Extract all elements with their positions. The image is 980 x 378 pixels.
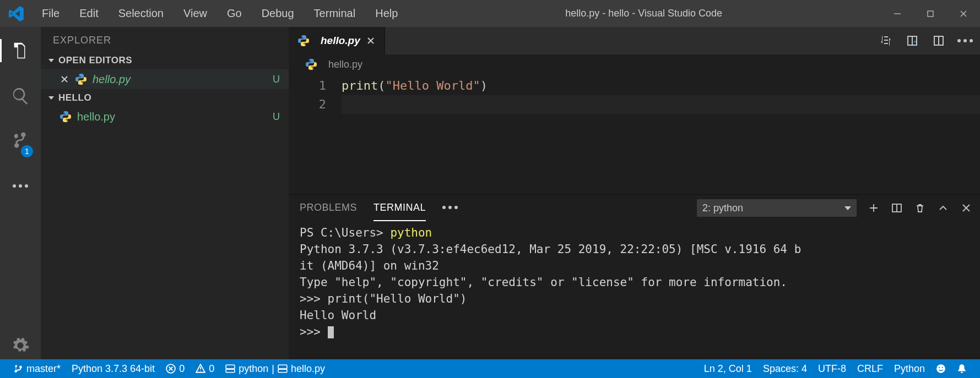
svg-rect-6	[278, 365, 287, 369]
code-line	[342, 95, 980, 114]
status-feedback[interactable]	[930, 359, 951, 378]
panel: PROBLEMS TERMINAL 2: python PS C:\Users>…	[289, 194, 980, 359]
terminal-output[interactable]: PS C:\Users> python Python 3.7.3 (v3.7.3…	[289, 221, 980, 359]
activity-explorer[interactable]	[0, 37, 41, 64]
close-icon[interactable]	[59, 74, 69, 84]
title-bar: File Edit Selection View Go Debug Termin…	[0, 0, 980, 27]
ellipsis-icon	[957, 39, 973, 42]
open-editors-label: OPEN EDITORS	[58, 55, 132, 66]
status-language[interactable]: Python	[889, 359, 930, 378]
editor-tab[interactable]: hello.py	[289, 27, 385, 54]
code-line: print("Hello World")	[342, 76, 980, 95]
project-header[interactable]: HELLO	[41, 89, 289, 107]
warning-icon	[196, 364, 205, 374]
status-interpreter[interactable]: Python 3.7.3 64-bit	[66, 359, 160, 378]
maximize-button[interactable]	[914, 0, 947, 27]
terminal-prompt: PS C:\Users>	[300, 226, 390, 239]
smiley-icon	[936, 364, 946, 374]
svg-point-8	[936, 364, 945, 373]
activity-more[interactable]	[0, 172, 41, 200]
activity-bar: 1	[0, 27, 41, 359]
server-icon	[225, 364, 235, 374]
window-controls	[881, 0, 980, 27]
status-language-server[interactable]: python | hello.py	[220, 359, 331, 378]
menu-edit[interactable]: Edit	[71, 0, 107, 27]
menu-help[interactable]: Help	[366, 0, 407, 27]
activity-search[interactable]	[0, 82, 41, 109]
menu-file[interactable]: File	[33, 0, 68, 27]
svg-rect-4	[226, 365, 235, 369]
panel-tab-terminal[interactable]: TERMINAL	[373, 195, 426, 221]
ellipsis-icon	[442, 206, 458, 209]
svg-rect-0	[928, 11, 933, 17]
status-branch[interactable]: master*	[8, 359, 66, 378]
svg-point-1	[914, 41, 916, 43]
editor-area: hello.py hello.py 1 2 print("Hello World…	[289, 27, 980, 359]
breadcrumb[interactable]: hello.py	[289, 54, 980, 74]
activity-settings[interactable]	[0, 332, 41, 359]
panel-tab-problems[interactable]: PROBLEMS	[300, 195, 357, 221]
sidebar-title: EXPLORER	[41, 27, 289, 52]
python-file-icon	[297, 35, 310, 47]
svg-rect-7	[278, 369, 287, 372]
python-file-icon	[75, 73, 87, 85]
terminal-select[interactable]: 2: python	[697, 199, 857, 217]
window-title: hello.py - hello - Visual Studio Code	[407, 8, 881, 19]
maximize-panel-icon[interactable]	[937, 202, 949, 214]
menu-terminal[interactable]: Terminal	[305, 0, 365, 27]
new-terminal-icon[interactable]	[868, 202, 880, 214]
status-errors[interactable]: 0	[160, 359, 190, 378]
kill-terminal-icon[interactable]	[914, 202, 926, 214]
project-file-name: hello.py	[77, 111, 115, 123]
terminal-line: Hello World	[300, 309, 376, 322]
chevron-down-icon	[46, 58, 56, 63]
chevron-down-icon	[844, 206, 851, 210]
compare-changes-icon[interactable]	[879, 34, 893, 48]
scm-badge: 1	[21, 145, 33, 157]
terminal-line: Python 3.7.3 (v3.7.3:ef4ec6ed12, Mar 25 …	[300, 243, 801, 256]
bell-icon	[957, 364, 967, 374]
split-terminal-icon[interactable]	[891, 202, 903, 214]
close-icon[interactable]	[366, 36, 376, 46]
menu-go[interactable]: Go	[218, 0, 251, 27]
close-panel-icon[interactable]	[960, 202, 972, 214]
minimize-button[interactable]	[881, 0, 914, 27]
open-preview-icon[interactable]	[905, 34, 919, 48]
code-content[interactable]: print("Hello World")	[342, 76, 980, 194]
menu-view[interactable]: View	[175, 0, 216, 27]
project-file-item[interactable]: hello.py U	[41, 107, 289, 127]
error-icon	[166, 364, 176, 374]
python-file-icon	[59, 111, 72, 123]
status-bar: master* Python 3.7.3 64-bit 0 0 python |…	[0, 359, 980, 378]
terminal-cursor	[328, 326, 334, 338]
status-eol[interactable]: CRLF	[852, 359, 889, 378]
status-notifications[interactable]	[951, 359, 972, 378]
status-position[interactable]: Ln 2, Col 1	[699, 359, 757, 378]
panel-tab-more[interactable]	[442, 195, 458, 221]
git-status-untracked: U	[273, 74, 280, 85]
server-icon	[278, 364, 288, 374]
tab-bar: hello.py	[289, 27, 980, 54]
menu-selection[interactable]: Selection	[110, 0, 172, 27]
panel-tabs: PROBLEMS TERMINAL 2: python	[289, 195, 980, 221]
open-editor-name: hello.py	[93, 73, 131, 86]
breadcrumb-file: hello.py	[328, 59, 362, 70]
status-warnings[interactable]: 0	[190, 359, 220, 378]
open-editor-item[interactable]: hello.py U	[41, 69, 289, 89]
status-encoding[interactable]: UTF-8	[813, 359, 852, 378]
project-label: HELLO	[58, 92, 91, 103]
open-editors-header[interactable]: OPEN EDITORS	[41, 52, 289, 69]
more-actions-icon[interactable]	[958, 34, 972, 48]
close-window-button[interactable]	[947, 0, 980, 27]
split-editor-icon[interactable]	[932, 34, 946, 48]
line-number: 2	[289, 95, 326, 114]
activity-scm[interactable]: 1	[0, 127, 41, 155]
terminal-line: >>>	[300, 325, 328, 338]
python-file-icon	[305, 58, 317, 70]
code-editor[interactable]: 1 2 print("Hello World")	[289, 74, 980, 194]
terminal-line: Type "help", "copyright", "credits" or "…	[300, 276, 787, 289]
menu-debug[interactable]: Debug	[253, 0, 303, 27]
terminal-line: >>> print("Hello World")	[300, 292, 467, 305]
status-spaces[interactable]: Spaces: 4	[757, 359, 813, 378]
svg-rect-5	[226, 369, 235, 372]
